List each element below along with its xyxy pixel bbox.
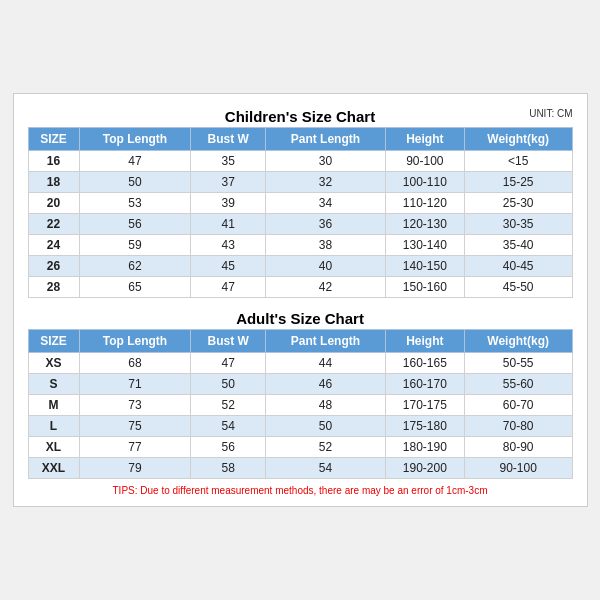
table-cell: 175-180: [385, 416, 464, 437]
header-pant-length: Pant Length: [266, 128, 386, 151]
table-cell: 47: [79, 151, 191, 172]
table-cell: 150-160: [385, 277, 464, 298]
table-cell: 48: [266, 395, 386, 416]
table-cell: 50-55: [464, 353, 572, 374]
table-cell: 36: [266, 214, 386, 235]
header-size: SIZE: [28, 128, 79, 151]
adult-header-row: SIZE Top Length Bust W Pant Length Heigh…: [28, 330, 572, 353]
table-cell: 56: [191, 437, 266, 458]
table-row: 18503732100-11015-25: [28, 172, 572, 193]
table-cell: 47: [191, 353, 266, 374]
table-cell: 52: [266, 437, 386, 458]
table-cell: 18: [28, 172, 79, 193]
table-cell: 16: [28, 151, 79, 172]
table-cell: 41: [191, 214, 266, 235]
adult-title: Adult's Size Chart: [236, 310, 364, 327]
table-cell: XL: [28, 437, 79, 458]
table-cell: 90-100: [464, 458, 572, 479]
table-cell: S: [28, 374, 79, 395]
table-cell: 52: [191, 395, 266, 416]
table-cell: 47: [191, 277, 266, 298]
table-row: 1647353090-100<15: [28, 151, 572, 172]
table-cell: 24: [28, 235, 79, 256]
table-cell: 45: [191, 256, 266, 277]
table-row: 26624540140-15040-45: [28, 256, 572, 277]
table-cell: 160-170: [385, 374, 464, 395]
table-row: 28654742150-16045-50: [28, 277, 572, 298]
table-row: 22564136120-13030-35: [28, 214, 572, 235]
chart-container: Children's Size Chart UNIT: CM SIZE Top …: [13, 93, 588, 507]
table-cell: 34: [266, 193, 386, 214]
unit-label: UNIT: CM: [529, 108, 572, 119]
table-cell: 140-150: [385, 256, 464, 277]
table-cell: L: [28, 416, 79, 437]
table-cell: 79: [79, 458, 191, 479]
table-cell: 39: [191, 193, 266, 214]
table-cell: 90-100: [385, 151, 464, 172]
adult-table: SIZE Top Length Bust W Pant Length Heigh…: [28, 329, 573, 479]
table-cell: 75: [79, 416, 191, 437]
table-cell: 71: [79, 374, 191, 395]
table-row: L755450175-18070-80: [28, 416, 572, 437]
table-cell: M: [28, 395, 79, 416]
header-bust-w: Bust W: [191, 128, 266, 151]
table-row: XL775652180-19080-90: [28, 437, 572, 458]
tips-text: TIPS: Due to different measurement metho…: [28, 485, 573, 496]
table-cell: 54: [266, 458, 386, 479]
table-cell: 65: [79, 277, 191, 298]
adult-header-height: Height: [385, 330, 464, 353]
table-cell: 32: [266, 172, 386, 193]
table-cell: 110-120: [385, 193, 464, 214]
table-cell: 100-110: [385, 172, 464, 193]
table-cell: 30-35: [464, 214, 572, 235]
adult-header-bust-w: Bust W: [191, 330, 266, 353]
table-cell: 25-30: [464, 193, 572, 214]
children-table: SIZE Top Length Bust W Pant Length Heigh…: [28, 127, 573, 298]
adult-header-pant-length: Pant Length: [266, 330, 386, 353]
children-title: Children's Size Chart: [225, 108, 375, 125]
header-top-length: Top Length: [79, 128, 191, 151]
table-cell: 53: [79, 193, 191, 214]
table-cell: 58: [191, 458, 266, 479]
table-cell: 60-70: [464, 395, 572, 416]
table-cell: 80-90: [464, 437, 572, 458]
table-cell: XXL: [28, 458, 79, 479]
table-row: 24594338130-14035-40: [28, 235, 572, 256]
table-cell: 35-40: [464, 235, 572, 256]
table-cell: 77: [79, 437, 191, 458]
table-cell: 170-175: [385, 395, 464, 416]
table-cell: 50: [266, 416, 386, 437]
table-cell: 130-140: [385, 235, 464, 256]
table-cell: 73: [79, 395, 191, 416]
table-cell: 45-50: [464, 277, 572, 298]
table-cell: 40: [266, 256, 386, 277]
adult-header-weight: Weight(kg): [464, 330, 572, 353]
table-cell: 35: [191, 151, 266, 172]
table-row: XS684744160-16550-55: [28, 353, 572, 374]
children-title-row: Children's Size Chart UNIT: CM: [28, 104, 573, 127]
table-cell: 30: [266, 151, 386, 172]
table-cell: 26: [28, 256, 79, 277]
table-cell: 22: [28, 214, 79, 235]
header-height: Height: [385, 128, 464, 151]
table-cell: 38: [266, 235, 386, 256]
table-cell: 190-200: [385, 458, 464, 479]
table-cell: 180-190: [385, 437, 464, 458]
table-cell: 55-60: [464, 374, 572, 395]
table-cell: 37: [191, 172, 266, 193]
table-cell: 44: [266, 353, 386, 374]
table-cell: <15: [464, 151, 572, 172]
table-cell: 46: [266, 374, 386, 395]
table-cell: 28: [28, 277, 79, 298]
table-cell: 62: [79, 256, 191, 277]
header-weight: Weight(kg): [464, 128, 572, 151]
table-cell: 42: [266, 277, 386, 298]
table-row: 20533934110-12025-30: [28, 193, 572, 214]
adult-title-row: Adult's Size Chart: [28, 306, 573, 329]
table-cell: 50: [191, 374, 266, 395]
adult-header-top-length: Top Length: [79, 330, 191, 353]
table-row: S715046160-17055-60: [28, 374, 572, 395]
table-cell: 50: [79, 172, 191, 193]
table-cell: 70-80: [464, 416, 572, 437]
table-cell: 40-45: [464, 256, 572, 277]
